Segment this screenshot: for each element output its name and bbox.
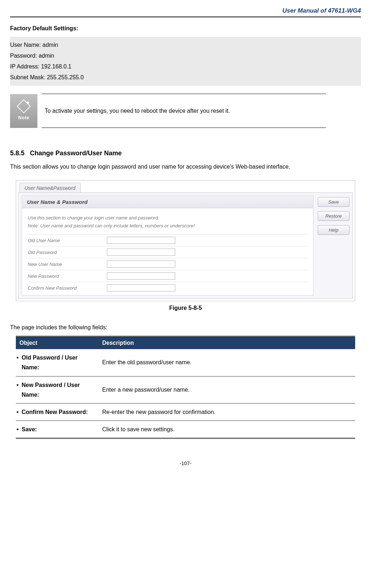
panel-title: User Name & Password [22,196,313,208]
obj-desc: Enter the old password/user name. [99,349,355,376]
th-object: Object [16,337,99,349]
obj-label: Old Password / User Name: [22,355,78,370]
table-row: •Save: Click it to save new settings. [16,421,355,438]
label-confirm-new-password: Confirm New Password [28,285,107,291]
note-icon-label: Note [18,115,30,120]
subsection-desc: This section allows you to change login … [10,164,361,170]
default-row: User Name: admin [10,40,359,50]
obj-desc: Click it to save new settings. [99,421,355,438]
factory-defaults-heading: Factory Default Settings: [10,25,361,32]
obj-label: Confirm New Password: [22,409,88,415]
subsection-title: 5.8.5 Change Password/User Name [10,150,361,157]
subsection-name: Change Password/User Name [30,150,122,157]
th-description: Description [99,337,355,349]
panel-instructions: Use this section to change your login us… [27,212,308,234]
embedded-screenshot: User Name&Password User Name & Password … [16,180,355,301]
default-row: Password: admin [10,50,359,61]
label-old-password: Old Password [28,250,107,255]
label-new-password: New Password [28,273,107,279]
fields-table: Object Description •Old Password / User … [16,336,355,439]
help-button[interactable]: Help [318,225,349,235]
default-row: IP Address: 192.168.0.1 [10,61,359,72]
label-old-user-name: Old User Name [28,238,107,243]
obj-desc: Re-enter the new password for confirmati… [99,403,355,420]
confirm-new-password-input[interactable] [107,284,175,291]
page-header-title: User Manual of 47611-WG4 [10,7,361,17]
new-user-name-input[interactable] [107,260,175,268]
fields-intro: The page includes the following fields: [10,324,361,331]
obj-label: Save: [22,426,37,432]
table-row: •New Password / User Name: Enter a new p… [16,376,355,403]
save-button[interactable]: Save [318,197,349,207]
note-block: Note To activate your settings, you need… [10,94,326,128]
label-new-user-name: New User Name [28,262,107,267]
old-password-input[interactable] [107,249,175,256]
obj-desc: Enter a new password/user name. [99,376,355,403]
figure-caption: Figure 5-8-5 [10,305,361,311]
old-user-name-input[interactable] [107,237,175,244]
restore-button[interactable]: Restore [318,211,349,221]
table-row: •Old Password / User Name: Enter the old… [16,349,355,376]
tab-username-password[interactable]: User Name&Password [19,183,81,192]
header-rule [10,17,361,17]
panel-username-password: User Name & Password Use this section to… [22,196,313,295]
note-icon: Note [10,94,37,128]
page-number-footer: -107- [10,460,361,466]
table-row: •Confirm New Password: Re-enter the new … [16,403,355,420]
note-text: To activate your settings, you need to r… [42,94,326,128]
sidebar-buttons: Save Restore Help [313,196,349,295]
default-row: Subnet Mask: 255.255.255.0 [10,72,359,83]
obj-label: New Password / User Name: [22,382,80,398]
subsection-number: 5.8.5 [10,150,24,157]
new-password-input[interactable] [107,272,175,280]
pencil-icon [17,99,31,113]
factory-defaults-box: User Name: admin Password: admin IP Addr… [10,37,361,86]
